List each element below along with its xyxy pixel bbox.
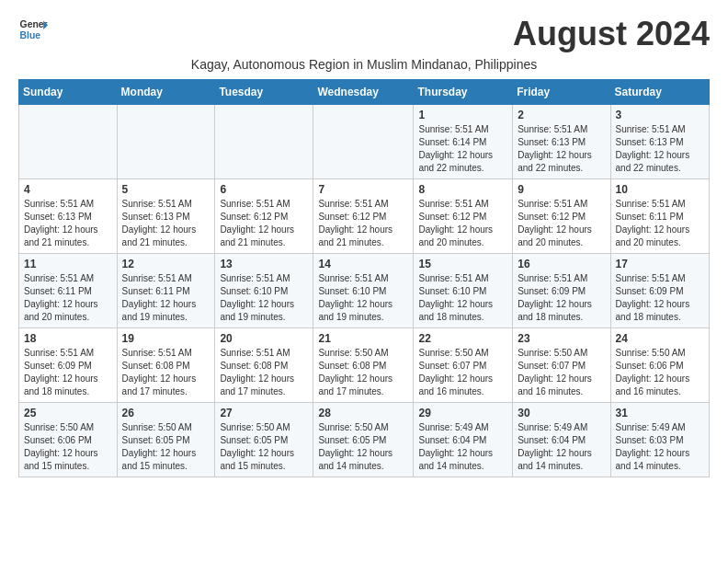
calendar-cell: 7Sunrise: 5:51 AM Sunset: 6:12 PM Daylig… — [313, 179, 414, 254]
day-number: 4 — [24, 183, 112, 196]
calendar-table: SundayMondayTuesdayWednesdayThursdayFrid… — [18, 79, 710, 477]
day-number: 11 — [24, 258, 112, 270]
day-number: 16 — [518, 258, 605, 270]
calendar-cell: 25Sunrise: 5:50 AM Sunset: 6:06 PM Dayli… — [19, 403, 118, 477]
calendar-cell: 31Sunrise: 5:49 AM Sunset: 6:03 PM Dayli… — [610, 403, 709, 477]
day-info: Sunrise: 5:51 AM Sunset: 6:10 PM Dayligh… — [220, 272, 308, 324]
day-number: 3 — [616, 109, 704, 121]
day-info: Sunrise: 5:51 AM Sunset: 6:11 PM Dayligh… — [616, 198, 704, 249]
day-number: 25 — [24, 407, 112, 419]
day-number: 29 — [418, 407, 507, 419]
calendar-week-row: 18Sunrise: 5:51 AM Sunset: 6:09 PM Dayli… — [19, 328, 710, 403]
day-number: 18 — [24, 332, 112, 345]
calendar-cell: 28Sunrise: 5:50 AM Sunset: 6:05 PM Dayli… — [313, 403, 414, 477]
day-info: Sunrise: 5:51 AM Sunset: 6:08 PM Dayligh… — [122, 347, 210, 398]
calendar-cell: 23Sunrise: 5:50 AM Sunset: 6:07 PM Dayli… — [513, 328, 610, 403]
calendar-cell: 18Sunrise: 5:51 AM Sunset: 6:09 PM Dayli… — [19, 328, 118, 403]
day-number: 1 — [418, 109, 507, 121]
day-number: 10 — [616, 183, 704, 196]
day-info: Sunrise: 5:51 AM Sunset: 6:11 PM Dayligh… — [122, 272, 210, 324]
day-info: Sunrise: 5:51 AM Sunset: 6:12 PM Dayligh… — [318, 198, 408, 249]
day-info: Sunrise: 5:51 AM Sunset: 6:09 PM Dayligh… — [24, 347, 112, 398]
day-info: Sunrise: 5:51 AM Sunset: 6:12 PM Dayligh… — [518, 198, 605, 249]
day-info: Sunrise: 5:51 AM Sunset: 6:13 PM Dayligh… — [122, 198, 210, 249]
day-info: Sunrise: 5:50 AM Sunset: 6:06 PM Dayligh… — [616, 347, 704, 398]
day-number: 23 — [518, 332, 605, 345]
day-number: 6 — [220, 183, 308, 196]
month-title: August 2024 — [513, 15, 710, 53]
day-number: 7 — [318, 183, 408, 196]
day-info: Sunrise: 5:50 AM Sunset: 6:07 PM Dayligh… — [518, 347, 605, 398]
calendar-cell: 8Sunrise: 5:51 AM Sunset: 6:12 PM Daylig… — [414, 179, 513, 254]
logo: General Blue — [18, 15, 48, 44]
calendar-cell: 24Sunrise: 5:50 AM Sunset: 6:06 PM Dayli… — [610, 328, 709, 403]
calendar-cell: 20Sunrise: 5:51 AM Sunset: 6:08 PM Dayli… — [215, 328, 313, 403]
day-info: Sunrise: 5:50 AM Sunset: 6:06 PM Dayligh… — [24, 421, 112, 473]
calendar-cell: 16Sunrise: 5:51 AM Sunset: 6:09 PM Dayli… — [513, 254, 610, 328]
weekday-header-monday: Monday — [117, 80, 215, 105]
calendar-cell: 6Sunrise: 5:51 AM Sunset: 6:12 PM Daylig… — [215, 179, 313, 254]
calendar-cell: 30Sunrise: 5:49 AM Sunset: 6:04 PM Dayli… — [513, 403, 610, 477]
weekday-header-saturday: Saturday — [610, 80, 709, 105]
calendar-cell — [19, 105, 118, 179]
weekday-header-thursday: Thursday — [414, 80, 513, 105]
day-number: 30 — [518, 407, 605, 419]
weekday-header-sunday: Sunday — [19, 80, 118, 105]
svg-text:Blue: Blue — [20, 30, 41, 40]
calendar-subtitle: Kagay, Autonomous Region in Muslim Minda… — [18, 57, 710, 72]
day-info: Sunrise: 5:51 AM Sunset: 6:13 PM Dayligh… — [24, 198, 112, 249]
calendar-cell: 11Sunrise: 5:51 AM Sunset: 6:11 PM Dayli… — [19, 254, 118, 328]
calendar-week-row: 25Sunrise: 5:50 AM Sunset: 6:06 PM Dayli… — [19, 403, 710, 477]
day-number: 19 — [122, 332, 210, 345]
calendar-cell: 26Sunrise: 5:50 AM Sunset: 6:05 PM Dayli… — [117, 403, 215, 477]
day-info: Sunrise: 5:50 AM Sunset: 6:05 PM Dayligh… — [318, 421, 408, 473]
day-number: 31 — [616, 407, 704, 419]
calendar-cell: 9Sunrise: 5:51 AM Sunset: 6:12 PM Daylig… — [513, 179, 610, 254]
day-info: Sunrise: 5:50 AM Sunset: 6:08 PM Dayligh… — [318, 347, 408, 398]
calendar-cell: 21Sunrise: 5:50 AM Sunset: 6:08 PM Dayli… — [313, 328, 414, 403]
day-info: Sunrise: 5:51 AM Sunset: 6:11 PM Dayligh… — [24, 272, 112, 324]
day-number: 22 — [418, 332, 507, 345]
day-info: Sunrise: 5:51 AM Sunset: 6:14 PM Dayligh… — [418, 123, 507, 175]
day-info: Sunrise: 5:51 AM Sunset: 6:09 PM Dayligh… — [518, 272, 605, 324]
day-info: Sunrise: 5:51 AM Sunset: 6:13 PM Dayligh… — [518, 123, 605, 175]
calendar-cell — [117, 105, 215, 179]
calendar-week-row: 4Sunrise: 5:51 AM Sunset: 6:13 PM Daylig… — [19, 179, 710, 254]
calendar-cell: 4Sunrise: 5:51 AM Sunset: 6:13 PM Daylig… — [19, 179, 118, 254]
day-number: 20 — [220, 332, 308, 345]
calendar-week-row: 1Sunrise: 5:51 AM Sunset: 6:14 PM Daylig… — [19, 105, 710, 179]
calendar-cell — [313, 105, 414, 179]
day-info: Sunrise: 5:49 AM Sunset: 6:04 PM Dayligh… — [418, 421, 507, 473]
page-header: General Blue August 2024 — [18, 15, 710, 53]
calendar-cell: 10Sunrise: 5:51 AM Sunset: 6:11 PM Dayli… — [610, 179, 709, 254]
calendar-cell: 27Sunrise: 5:50 AM Sunset: 6:05 PM Dayli… — [215, 403, 313, 477]
day-number: 5 — [122, 183, 210, 196]
weekday-header-tuesday: Tuesday — [215, 80, 313, 105]
day-number: 28 — [318, 407, 408, 419]
calendar-cell: 13Sunrise: 5:51 AM Sunset: 6:10 PM Dayli… — [215, 254, 313, 328]
calendar-week-row: 11Sunrise: 5:51 AM Sunset: 6:11 PM Dayli… — [19, 254, 710, 328]
day-number: 13 — [220, 258, 308, 270]
day-number: 15 — [418, 258, 507, 270]
day-number: 12 — [122, 258, 210, 270]
day-info: Sunrise: 5:51 AM Sunset: 6:12 PM Dayligh… — [418, 198, 507, 249]
day-info: Sunrise: 5:51 AM Sunset: 6:12 PM Dayligh… — [220, 198, 308, 249]
weekday-header-friday: Friday — [513, 80, 610, 105]
day-info: Sunrise: 5:50 AM Sunset: 6:05 PM Dayligh… — [220, 421, 308, 473]
calendar-cell: 17Sunrise: 5:51 AM Sunset: 6:09 PM Dayli… — [610, 254, 709, 328]
calendar-cell: 2Sunrise: 5:51 AM Sunset: 6:13 PM Daylig… — [513, 105, 610, 179]
day-number: 2 — [518, 109, 605, 121]
calendar-cell — [215, 105, 313, 179]
day-info: Sunrise: 5:50 AM Sunset: 6:07 PM Dayligh… — [418, 347, 507, 398]
day-number: 26 — [122, 407, 210, 419]
day-number: 21 — [318, 332, 408, 345]
calendar-cell: 15Sunrise: 5:51 AM Sunset: 6:10 PM Dayli… — [414, 254, 513, 328]
day-info: Sunrise: 5:51 AM Sunset: 6:13 PM Dayligh… — [616, 123, 704, 175]
calendar-cell: 19Sunrise: 5:51 AM Sunset: 6:08 PM Dayli… — [117, 328, 215, 403]
day-number: 24 — [616, 332, 704, 345]
day-info: Sunrise: 5:49 AM Sunset: 6:03 PM Dayligh… — [616, 421, 704, 473]
weekday-header-wednesday: Wednesday — [313, 80, 414, 105]
day-number: 17 — [616, 258, 704, 270]
day-number: 9 — [518, 183, 605, 196]
calendar-cell: 29Sunrise: 5:49 AM Sunset: 6:04 PM Dayli… — [414, 403, 513, 477]
